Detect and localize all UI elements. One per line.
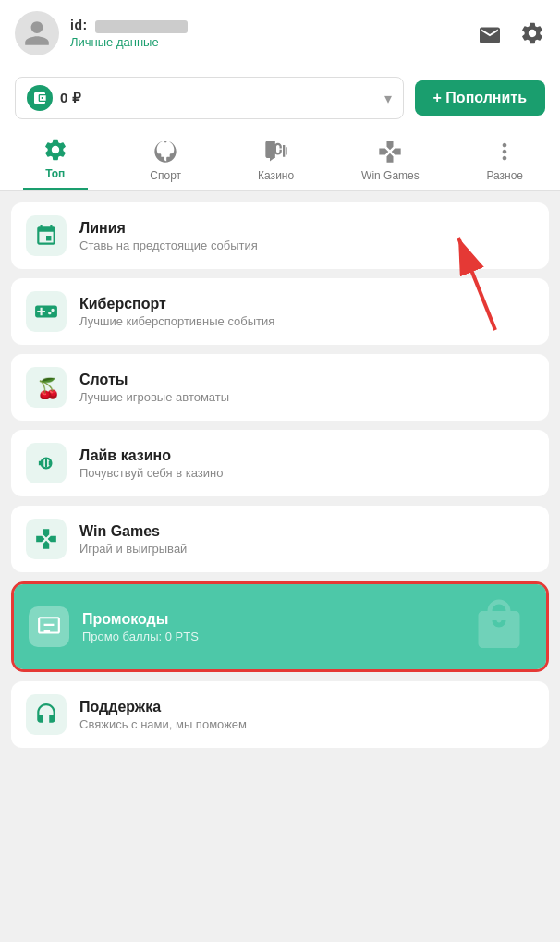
menu-item-liniya[interactable]: Линия Ставь на предстоящие события: [11, 202, 549, 269]
liniya-subtitle: Ставь на предстоящие события: [79, 239, 258, 252]
win-games-title: Win Games: [79, 523, 187, 540]
podderzhka-text: Поддержка Свяжись с нами, мы поможем: [79, 699, 247, 731]
header-right: [477, 20, 545, 46]
kibersport-text: Киберспорт Лучшие киберспортивные событи…: [79, 296, 274, 328]
header-left: id: Личные данные: [15, 11, 188, 55]
podderzhka-subtitle: Свяжись с нами, мы поможем: [79, 717, 247, 731]
menu-item-podderzhka[interactable]: Поддержка Свяжись с нами, мы поможем: [11, 681, 549, 748]
personal-data-link[interactable]: Личные данные: [70, 35, 188, 49]
menu-item-laiv-kazino[interactable]: Лайв казино Почувствуй себя в казино: [11, 430, 549, 496]
cart-decoration: [467, 597, 531, 656]
podderzhka-icon: [26, 694, 67, 735]
user-id-row: id:: [70, 18, 188, 32]
sloty-title: Слоты: [79, 372, 229, 388]
laiv-kazino-title: Лайв казино: [79, 447, 223, 464]
liniya-icon: [26, 215, 67, 256]
tab-misc-label: Разное: [486, 169, 523, 182]
menu-item-wrapper-promokody: Промокоды Промо баллы: 0 PTS: [11, 581, 549, 672]
nav-tabs: Топ Спорт Казино Win Games: [0, 128, 560, 191]
balance-bar: 0 ₽ ▾ + Пополнить: [0, 67, 560, 128]
menu-item-win-games[interactable]: Win Games Играй и выигрывай: [11, 506, 549, 572]
user-info: id: Личные данные: [70, 18, 188, 48]
tab-sport-label: Спорт: [150, 169, 181, 182]
tab-top[interactable]: Топ: [23, 136, 88, 190]
top-tab-icon: [42, 136, 69, 164]
kibersport-subtitle: Лучшие киберспортивные события: [79, 314, 274, 328]
podderzhka-title: Поддержка: [79, 699, 247, 716]
sport-tab-icon: [152, 138, 179, 165]
menu-item-promokody[interactable]: Промокоды Промо баллы: 0 PTS: [14, 584, 546, 669]
balance-select[interactable]: 0 ₽ ▾: [15, 77, 404, 119]
id-label: id:: [70, 18, 88, 32]
header: id: Личные данные: [0, 0, 560, 67]
sloty-icon: 🍒: [26, 367, 67, 408]
win-games-icon: [26, 519, 67, 559]
tab-wingames-label: Win Games: [361, 169, 420, 182]
casino-tab-icon: [262, 138, 290, 165]
svg-text:🍒: 🍒: [36, 376, 58, 399]
liniya-title: Линия: [79, 220, 258, 237]
tab-top-label: Топ: [45, 167, 65, 180]
deposit-button[interactable]: + Пополнить: [415, 80, 545, 116]
mail-icon[interactable]: [477, 20, 503, 46]
avatar[interactable]: [15, 11, 59, 55]
chevron-down-icon: ▾: [384, 90, 392, 107]
win-games-text: Win Games Играй и выигрывай: [79, 523, 187, 556]
laiv-kazino-subtitle: Почувствуй себя в казино: [79, 466, 223, 480]
menu-list: Линия Ставь на предстоящие события Кибер…: [0, 191, 560, 759]
promokody-title: Промокоды: [82, 611, 199, 628]
misc-tab-icon: [491, 138, 518, 165]
promokody-subtitle: Промо баллы: 0 PTS: [82, 630, 199, 643]
kibersport-icon: [26, 291, 67, 332]
tab-wingames[interactable]: Win Games: [354, 138, 427, 190]
kibersport-title: Киберспорт: [79, 296, 274, 312]
sloty-text: Слоты Лучшие игровые автоматы: [79, 372, 229, 404]
wingames-tab-icon: [376, 138, 404, 165]
tab-sport[interactable]: Спорт: [133, 138, 198, 190]
balance-amount: 0 ₽: [60, 90, 377, 106]
sloty-subtitle: Лучшие игровые автоматы: [79, 390, 229, 404]
tab-casino[interactable]: Казино: [244, 138, 309, 190]
wallet-icon: [27, 85, 53, 111]
promokody-icon: [29, 606, 69, 647]
liniya-text: Линия Ставь на предстоящие события: [79, 220, 258, 252]
promokody-text: Промокоды Промо баллы: 0 PTS: [82, 611, 199, 643]
user-id-value: [95, 20, 188, 33]
laiv-kazino-icon: [26, 443, 67, 483]
tab-misc[interactable]: Разное: [472, 138, 537, 190]
win-games-subtitle: Играй и выигрывай: [79, 542, 187, 556]
settings-icon[interactable]: [519, 20, 545, 46]
tab-casino-label: Казино: [258, 169, 294, 182]
menu-item-sloty[interactable]: 🍒 Слоты Лучшие игровые автоматы: [11, 354, 549, 421]
laiv-kazino-text: Лайв казино Почувствуй себя в казино: [79, 447, 223, 480]
menu-item-kibersport[interactable]: Киберспорт Лучшие киберспортивные событи…: [11, 278, 549, 345]
